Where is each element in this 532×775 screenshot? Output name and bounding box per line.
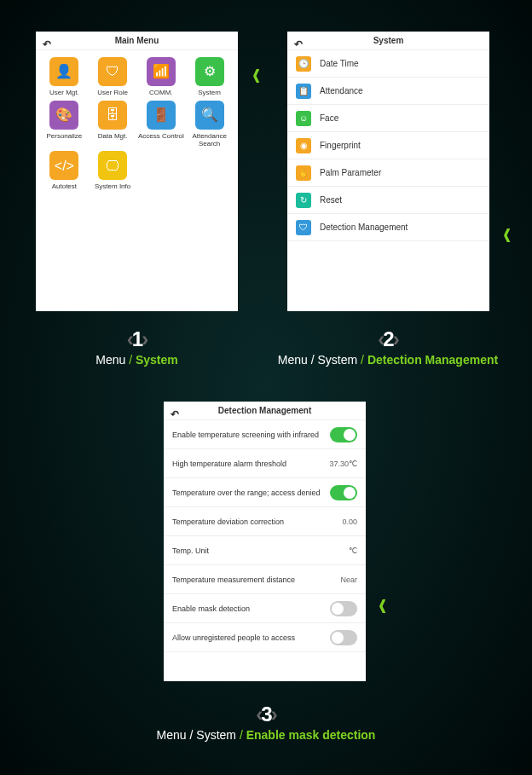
list-label: Reset: [320, 195, 342, 205]
back-icon[interactable]: ↶: [294, 35, 303, 54]
screen-system: ↶ System 🕒Date Time📋Attendance☺Face◉Fing…: [287, 32, 489, 311]
list-label: Date Time: [320, 59, 359, 68]
step-path: Menu / System / Enable mask detection: [0, 728, 532, 742]
list-icon: ✋: [296, 165, 311, 181]
toggle-switch[interactable]: [330, 630, 357, 645]
app-icon: 👤: [49, 57, 78, 86]
setting-label: Enable temperature screening with infrar…: [172, 431, 319, 439]
app-icon: ⚙: [195, 57, 224, 86]
app-icon: </>: [49, 151, 78, 180]
screen1-header: ↶ Main Menu: [36, 32, 238, 50]
list-icon: 🕒: [296, 56, 311, 72]
system-list: 🕒Date Time📋Attendance☺Face◉Fingerprint✋P…: [287, 50, 489, 241]
app-personalize[interactable]: 🎨Personalize: [41, 101, 88, 148]
app-icon: 🛡: [98, 57, 127, 86]
setting-value: 37.30℃: [329, 460, 357, 468]
step-number: ‹1›: [36, 327, 238, 351]
list-item-reset[interactable]: ↻Reset: [287, 187, 489, 214]
list-item-attendance[interactable]: 📋Attendance: [287, 78, 489, 105]
app-label: User Role: [90, 90, 136, 97]
screen-main-menu: ↶ Main Menu 👤User Mgt.🛡User Role📶COMM.⚙S…: [36, 32, 238, 311]
setting-label: High temperature alarm threshold: [172, 460, 286, 468]
app-data-mgt-[interactable]: 🗄Data Mgt.: [90, 101, 136, 148]
app-icon: 🎨: [49, 101, 78, 130]
arrow-icon: ‹: [503, 216, 511, 250]
toggle-switch[interactable]: [330, 485, 357, 500]
app-label: Personalize: [41, 133, 88, 141]
setting-row[interactable]: High temperature alarm threshold37.30℃: [164, 449, 366, 478]
app-label: Access Control: [138, 133, 185, 141]
setting-label: Allow unregistered people to access: [172, 633, 295, 642]
app-system-info[interactable]: 🖵System Info: [90, 151, 136, 191]
screen2-title: System: [373, 36, 404, 45]
list-label: Face: [320, 113, 338, 123]
list-label: Fingerprint: [320, 141, 361, 150]
app-label: System Info: [90, 183, 136, 191]
step-path: Menu / System: [36, 353, 238, 367]
screen-detection-management: ↶ Detection Management Enable temperatur…: [164, 402, 366, 681]
app-icon: 📶: [147, 57, 176, 86]
app-label: COMM.: [138, 90, 185, 97]
app-icon: 🚪: [147, 101, 176, 130]
arrow-icon: ‹: [252, 56, 260, 90]
list-icon: ↻: [296, 193, 311, 208]
setting-row[interactable]: Temperature measurement distanceNear: [164, 565, 366, 594]
app-autotest[interactable]: </>Autotest: [41, 151, 88, 191]
list-icon: 📋: [296, 84, 311, 99]
list-item-fingerprint[interactable]: ◉Fingerprint: [287, 132, 489, 159]
back-icon[interactable]: ↶: [43, 35, 51, 54]
list-label: Palm Parameter: [320, 168, 381, 177]
detection-list: Enable temperature screening with infrar…: [164, 420, 366, 652]
screen1-title: Main Menu: [115, 36, 159, 45]
main-menu-grid: 👤User Mgt.🛡User Role📶COMM.⚙System🎨Person…: [36, 50, 238, 198]
app-access-control[interactable]: 🚪Access Control: [138, 101, 185, 148]
list-item-date-time[interactable]: 🕒Date Time: [287, 50, 489, 78]
step-path: Menu / System / Detection Management: [252, 353, 524, 367]
setting-label: Temperature over the range; access denie…: [172, 489, 321, 497]
app-icon: 🖵: [98, 151, 127, 180]
app-system[interactable]: ⚙System: [186, 57, 233, 97]
back-icon[interactable]: ↶: [171, 405, 179, 424]
setting-label: Temp. Unit: [172, 547, 209, 555]
setting-value: 0.00: [342, 518, 357, 526]
app-attendance-search[interactable]: 🔍Attendance Search: [186, 101, 233, 148]
step-3: ‹3› Menu / System / Enable mask detectio…: [0, 703, 532, 742]
setting-value: Near: [340, 575, 357, 584]
list-label: Attendance: [320, 86, 363, 95]
app-icon: 🗄: [98, 101, 127, 130]
screen2-header: ↶ System: [287, 32, 489, 50]
screen3-title: Detection Management: [218, 406, 311, 415]
app-label: Data Mgt.: [90, 133, 136, 141]
setting-label: Temperature measurement distance: [172, 575, 295, 584]
app-label: Autotest: [41, 183, 88, 191]
step-1: ‹1› Menu / System: [36, 327, 238, 367]
setting-value: ℃: [349, 547, 357, 555]
list-item-palm-parameter[interactable]: ✋Palm Parameter: [287, 159, 489, 187]
list-icon: ◉: [296, 138, 311, 153]
chevron-right-icon: ›: [142, 327, 147, 350]
screen3-header: ↶ Detection Management: [164, 402, 366, 420]
app-label: Attendance Search: [186, 133, 233, 148]
list-icon: 🛡: [296, 220, 311, 235]
setting-row[interactable]: Allow unregistered people to access: [164, 623, 366, 652]
chevron-right-icon: ›: [393, 327, 398, 350]
step-number: ‹3›: [0, 703, 532, 726]
step-2: ‹2› Menu / System / Detection Management: [252, 327, 524, 367]
setting-row[interactable]: Enable mask detection: [164, 594, 366, 623]
app-label: System: [186, 90, 233, 97]
app-icon: 🔍: [195, 101, 224, 130]
list-item-detection-management[interactable]: 🛡Detection Management: [287, 214, 489, 241]
toggle-switch[interactable]: [330, 427, 357, 442]
step-number: ‹2›: [252, 327, 524, 351]
list-item-face[interactable]: ☺Face: [287, 105, 489, 132]
setting-row[interactable]: Temperature deviation correction0.00: [164, 507, 366, 536]
setting-label: Enable mask detection: [172, 604, 250, 613]
setting-row[interactable]: Temp. Unit℃: [164, 536, 366, 565]
setting-row[interactable]: Temperature over the range; access denie…: [164, 478, 366, 507]
app-user-role[interactable]: 🛡User Role: [90, 57, 136, 97]
app-comm-[interactable]: 📶COMM.: [138, 57, 185, 97]
app-user-mgt-[interactable]: 👤User Mgt.: [41, 57, 88, 97]
setting-row[interactable]: Enable temperature screening with infrar…: [164, 420, 366, 449]
app-label: User Mgt.: [41, 90, 88, 97]
toggle-switch[interactable]: [330, 601, 357, 616]
